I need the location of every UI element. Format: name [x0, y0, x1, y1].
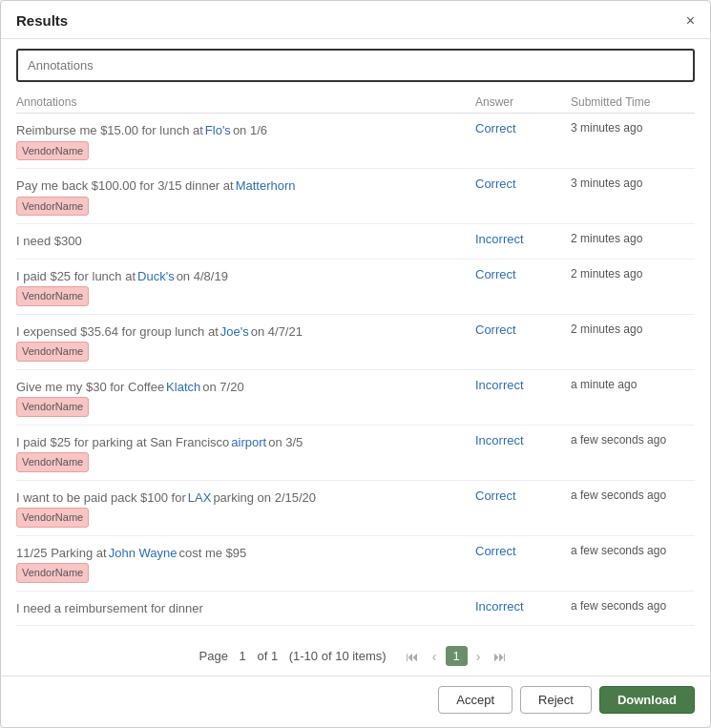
annotation-text: I need a reimbursement for dinner	[16, 599, 203, 618]
page-num: 1	[240, 649, 246, 663]
vendor-name-tag: VendorName	[16, 197, 89, 217]
annotation-highlight: Klatch	[166, 378, 200, 397]
time-cell: a few seconds ago	[571, 489, 695, 502]
modal-header: Results ×	[1, 1, 710, 39]
annotation-text: on 7/20	[202, 378, 243, 397]
annotation-text: I expensed $35.64 for group lunch at	[16, 322, 219, 342]
time-cell: a few seconds ago	[571, 599, 695, 613]
annotation-highlight: John Wayne	[109, 544, 178, 563]
annotation-cell: I want to be paid pack $100 for LAX park…	[16, 489, 475, 528]
table-row: Give me my $30 for Coffee Klatch on 7/20…	[16, 370, 695, 426]
table-row: Pay me back $100.00 for 3/15 dinner at M…	[16, 169, 695, 224]
header-submitted-time: Submitted Time	[571, 95, 695, 109]
annotation-text: on 4/8/19	[177, 267, 228, 286]
vendor-name-tag: VendorName	[16, 563, 89, 583]
annotation-cell: I paid $25 for parking at San Francisco …	[16, 433, 475, 472]
annotation-text: I paid $25 for parking at San Francisco	[16, 433, 229, 452]
annotation-cell: Pay me back $100.00 for 3/15 dinner at M…	[16, 177, 475, 216]
annotation-cell: I need $300	[16, 232, 475, 251]
vendor-name-tag: VendorName	[16, 342, 89, 362]
modal-body: Annotations Answer Submitted Time Reimbu…	[1, 39, 710, 631]
annotation-cell: Give me my $30 for Coffee Klatch on 7/20…	[16, 378, 475, 417]
items-label: (1-10 of 10 items)	[289, 649, 387, 663]
answer-cell: Correct	[475, 489, 571, 503]
answer-cell: Incorrect	[475, 599, 571, 614]
search-input[interactable]	[16, 49, 695, 82]
annotation-highlight: LAX	[188, 489, 212, 508]
vendor-name-tag: VendorName	[16, 286, 89, 306]
vendor-name-tag: VendorName	[16, 452, 89, 472]
prev-page-button[interactable]: ‹	[428, 647, 442, 666]
table-row: I expensed $35.64 for group lunch at Joe…	[16, 315, 695, 370]
table-row: 11/25 Parking at John Wayne cost me $95V…	[16, 536, 695, 592]
annotation-cell: I need a reimbursement for dinner	[16, 599, 475, 618]
annotation-text: on 4/7/21	[251, 322, 303, 342]
vendor-name-tag: VendorName	[16, 508, 89, 528]
first-page-button[interactable]: ⏮	[401, 647, 424, 666]
time-cell: 2 minutes ago	[571, 322, 695, 336]
annotation-highlight: airport	[231, 433, 266, 452]
download-button[interactable]: Download	[599, 686, 695, 714]
answer-cell: Correct	[475, 177, 571, 191]
answer-cell: Incorrect	[475, 378, 571, 392]
table-body: Reimburse me $15.00 for lunch at Flo's o…	[16, 114, 695, 626]
annotation-text: I need $300	[16, 232, 82, 251]
annotation-highlight: Matterhorn	[236, 177, 296, 196]
header-annotations: Annotations	[16, 95, 475, 109]
annotation-text: on 3/5	[268, 433, 303, 452]
annotation-text: I want to be paid pack $100 for	[16, 489, 186, 508]
time-cell: 3 minutes ago	[571, 121, 695, 135]
table-row: I need a reimbursement for dinnerIncorre…	[16, 592, 695, 627]
answer-cell: Correct	[475, 121, 571, 135]
of-label: of 1	[257, 649, 278, 663]
answer-cell: Correct	[475, 544, 571, 558]
annotation-highlight: Flo's	[205, 121, 231, 140]
pagination: Page 1 of 1 (1-10 of 10 items) ⏮ ‹ 1 › ⏭	[1, 631, 710, 676]
annotation-highlight: Joe's	[220, 322, 249, 342]
table-header: Annotations Answer Submitted Time	[16, 92, 695, 114]
next-page-button[interactable]: ›	[471, 647, 486, 666]
annotation-text: 11/25 Parking at	[16, 544, 107, 563]
last-page-button[interactable]: ⏭	[489, 647, 512, 666]
answer-cell: Correct	[475, 267, 571, 281]
reject-button[interactable]: Reject	[520, 686, 592, 714]
answer-cell: Correct	[475, 322, 571, 337]
modal-footer: Accept Reject Download	[1, 676, 710, 727]
annotation-cell: Reimburse me $15.00 for lunch at Flo's o…	[16, 121, 475, 160]
table-row: I paid $25 for parking at San Francisco …	[16, 426, 695, 481]
table-row: I paid $25 for lunch at Duck's on 4/8/19…	[16, 260, 695, 315]
time-cell: a minute ago	[571, 378, 695, 391]
annotation-highlight: Duck's	[137, 267, 175, 286]
table-row: Reimburse me $15.00 for lunch at Flo's o…	[16, 114, 695, 169]
annotation-text: I paid $25 for lunch at	[16, 267, 136, 286]
page-1-button[interactable]: 1	[446, 646, 468, 666]
vendor-name-tag: VendorName	[16, 141, 89, 161]
table-row: I need $300Incorrect2 minutes ago	[16, 224, 695, 260]
page-label: Page	[199, 649, 228, 663]
time-cell: 2 minutes ago	[571, 267, 695, 281]
annotation-cell: I paid $25 for lunch at Duck's on 4/8/19…	[16, 267, 475, 306]
annotation-text: Pay me back $100.00 for 3/15 dinner at	[16, 177, 234, 196]
annotation-text: on 1/6	[233, 121, 267, 140]
modal-title: Results	[16, 12, 68, 29]
time-cell: 3 minutes ago	[571, 177, 695, 190]
vendor-name-tag: VendorName	[16, 397, 89, 417]
annotation-text: cost me $95	[178, 544, 246, 563]
annotation-text: parking on 2/15/20	[213, 489, 316, 508]
annotation-cell: 11/25 Parking at John Wayne cost me $95V…	[16, 544, 475, 583]
time-cell: 2 minutes ago	[571, 232, 695, 245]
time-cell: a few seconds ago	[571, 433, 695, 447]
time-cell: a few seconds ago	[571, 544, 695, 557]
header-answer: Answer	[475, 95, 571, 109]
annotation-cell: I expensed $35.64 for group lunch at Joe…	[16, 322, 475, 362]
table-row: I want to be paid pack $100 for LAX park…	[16, 481, 695, 536]
annotation-text: Reimburse me $15.00 for lunch at	[16, 121, 203, 140]
answer-cell: Incorrect	[475, 232, 571, 246]
answer-cell: Incorrect	[475, 433, 571, 447]
annotation-text: Give me my $30 for Coffee	[16, 378, 164, 397]
results-modal: Results × Annotations Answer Submitted T…	[0, 0, 711, 728]
close-button[interactable]: ×	[686, 13, 695, 29]
accept-button[interactable]: Accept	[438, 686, 512, 714]
